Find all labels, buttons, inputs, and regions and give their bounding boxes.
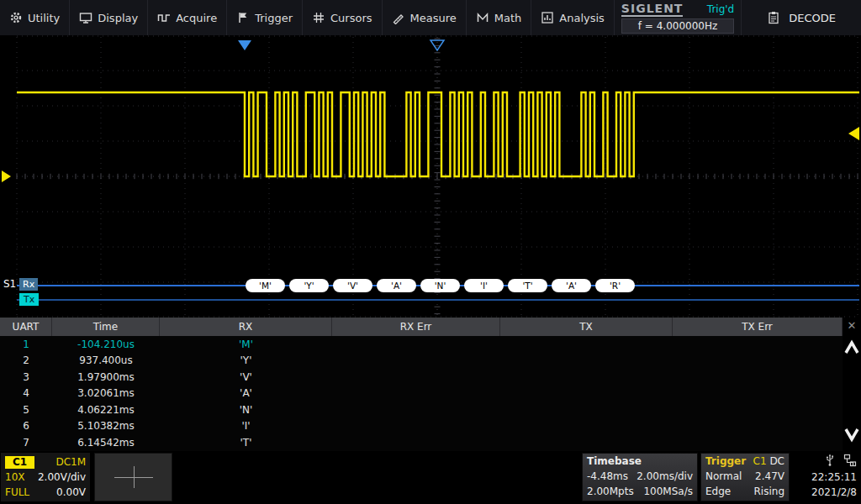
trigger-level: 2.47V bbox=[755, 470, 784, 482]
scroll-down-button[interactable] bbox=[843, 424, 860, 448]
table-cell bbox=[500, 434, 673, 451]
channel1-badge: C1 bbox=[5, 456, 34, 469]
table-cell bbox=[673, 402, 843, 418]
table-cell: -104.210us bbox=[52, 336, 160, 353]
table-right-rail: ✕ bbox=[843, 318, 861, 451]
channel1-offset-marker[interactable] bbox=[2, 171, 11, 182]
bus-label: S1 bbox=[3, 278, 16, 291]
table-cell: 4 bbox=[0, 386, 52, 402]
decode-result-table: UARTTimeRXRX ErrTXTX Err 1-104.210us'M'2… bbox=[0, 318, 861, 451]
timebase-delay: -4.48ms bbox=[587, 470, 628, 482]
table-row[interactable]: 31.97900ms'V' bbox=[0, 369, 843, 386]
decoded-byte-bubble: 'M' bbox=[246, 279, 285, 292]
trigger-mode: Normal bbox=[705, 470, 742, 482]
menu-item-acquire[interactable]: Acquire bbox=[148, 0, 227, 35]
menu-item-math[interactable]: Math bbox=[467, 0, 532, 35]
table-cell: 2 bbox=[0, 353, 52, 370]
table-cell bbox=[500, 336, 673, 353]
menu-item-label: Utility bbox=[28, 12, 60, 24]
menu-bar: UtilityDisplayAcquireTriggerCursorsMeasu… bbox=[0, 0, 615, 35]
menu-item-display[interactable]: Display bbox=[70, 0, 148, 35]
channel1-bandwidth: FULL bbox=[5, 486, 29, 498]
table-cell bbox=[673, 353, 843, 370]
usb-icon[interactable] bbox=[824, 454, 836, 470]
status-bar: C1 DC1M 10X 2.00V/div FULL 0.00V Timebas… bbox=[0, 451, 861, 504]
frequency-counter: f = 4.000000Hz bbox=[621, 18, 734, 34]
decoded-byte-bubble: 'V' bbox=[333, 279, 372, 292]
trigger-position-marker[interactable] bbox=[238, 40, 251, 50]
waveform-display[interactable]: S1 Rx Tx 'M''Y''V''A''N''I''T''A''R' bbox=[0, 35, 861, 318]
table-cell bbox=[673, 418, 843, 435]
system-info: 22:25:11 2021/2/8 bbox=[791, 453, 860, 501]
date: 2021/2/8 bbox=[791, 485, 860, 500]
crosshair-icon bbox=[114, 466, 153, 488]
trigger-level-marker[interactable] bbox=[848, 127, 859, 140]
table-row[interactable]: 1-104.210us'M' bbox=[0, 336, 843, 353]
timebase-scale: 2.00ms/div bbox=[637, 470, 693, 482]
flag-icon bbox=[236, 11, 250, 24]
channel1-offset: 0.00V bbox=[56, 486, 86, 498]
table-cell: 1.97900ms bbox=[52, 369, 160, 386]
decode-button[interactable]: DECODE bbox=[741, 0, 861, 35]
column-header: Time bbox=[52, 318, 160, 336]
table-cell: 5 bbox=[0, 402, 52, 418]
column-header: RX Err bbox=[332, 318, 500, 336]
trigger-source: C1 bbox=[753, 455, 767, 467]
table-cell bbox=[332, 434, 500, 451]
trigger-state-label: Trig'd bbox=[707, 3, 734, 15]
menu-item-label: Acquire bbox=[176, 12, 217, 24]
brand-area: SIGLENT Trig'd f = 4.000000Hz bbox=[615, 0, 741, 35]
table-cell: 'Y' bbox=[160, 353, 332, 370]
menu-item-trigger[interactable]: Trigger bbox=[227, 0, 303, 35]
close-icon[interactable]: ✕ bbox=[848, 319, 857, 333]
table-cell bbox=[332, 418, 500, 435]
column-header: TX bbox=[500, 318, 673, 336]
table-cell: 6.14542ms bbox=[52, 434, 160, 451]
measure-icon bbox=[392, 11, 405, 24]
decode-button-label: DECODE bbox=[789, 12, 836, 24]
channel1-status[interactable]: C1 DC1M 10X 2.00V/div FULL 0.00V bbox=[1, 453, 90, 501]
trigger-type: Edge bbox=[705, 486, 731, 497]
channel1-coupling: DC1M bbox=[55, 456, 86, 468]
table-row[interactable]: 43.02061ms'A' bbox=[0, 386, 843, 402]
decoded-byte-bubble: 'Y' bbox=[289, 279, 329, 292]
table-cell bbox=[332, 386, 500, 402]
table-row[interactable]: 65.10382ms'I' bbox=[0, 418, 843, 435]
table-row[interactable]: 2937.400us'Y' bbox=[0, 353, 843, 370]
timebase-panel[interactable]: Timebase -4.48ms 2.00ms/div 2.00Mpts 100… bbox=[582, 453, 698, 501]
channel1-probe: 10X bbox=[5, 471, 25, 483]
table-cell bbox=[500, 402, 673, 418]
timebase-title: Timebase bbox=[587, 455, 642, 467]
gear-icon bbox=[9, 11, 23, 24]
decoded-byte-bubble: 'A' bbox=[552, 279, 591, 292]
menu-item-measure[interactable]: Measure bbox=[383, 0, 467, 35]
bus-tx-label[interactable]: Tx bbox=[19, 293, 39, 306]
trigger-panel[interactable]: Trigger C1 DC Normal 2.47V Edge Rising bbox=[700, 453, 790, 501]
table-cell: 'N' bbox=[160, 402, 332, 418]
table-row[interactable]: 54.06221ms'N' bbox=[0, 402, 843, 418]
decode-table-body: 1-104.210us'M'2937.400us'Y'31.97900ms'V'… bbox=[0, 336, 861, 451]
menu-item-label: Math bbox=[494, 12, 522, 24]
network-icon[interactable] bbox=[843, 454, 857, 470]
menu-item-utility[interactable]: Utility bbox=[0, 0, 70, 35]
table-cell: 3.02061ms bbox=[52, 386, 160, 402]
menu-item-label: Trigger bbox=[255, 12, 293, 24]
navigation-pad[interactable] bbox=[94, 453, 172, 501]
decoded-byte-bubble: 'I' bbox=[464, 279, 504, 292]
table-cell: 'A' bbox=[160, 386, 332, 402]
menu-item-cursors[interactable]: Cursors bbox=[303, 0, 383, 35]
oscilloscope-screen: UtilityDisplayAcquireTriggerCursorsMeasu… bbox=[0, 0, 861, 504]
menu-item-label: Cursors bbox=[330, 12, 372, 24]
bus-rx-label[interactable]: Rx bbox=[19, 278, 38, 291]
column-header: RX bbox=[160, 318, 332, 336]
table-cell: 3 bbox=[0, 369, 52, 386]
table-row[interactable]: 76.14542ms'T' bbox=[0, 434, 843, 451]
table-cell: 5.10382ms bbox=[52, 418, 160, 435]
table-cell bbox=[332, 369, 500, 386]
acquire-icon bbox=[157, 11, 171, 24]
scroll-up-button[interactable] bbox=[843, 338, 860, 361]
table-cell: 'I' bbox=[160, 418, 332, 435]
menu-item-label: Analysis bbox=[559, 12, 605, 24]
table-cell: 4.06221ms bbox=[52, 402, 160, 418]
menu-item-analysis[interactable]: Analysis bbox=[531, 0, 615, 35]
